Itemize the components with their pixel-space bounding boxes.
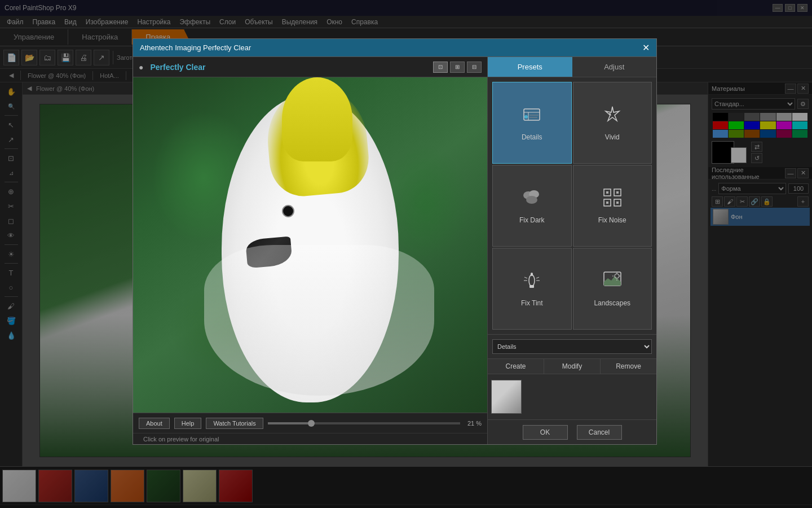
fix-dark-label: Fix Dark bbox=[519, 216, 545, 224]
svg-rect-16 bbox=[616, 202, 619, 204]
landscapes-label: Landscapes bbox=[594, 299, 630, 307]
preset-actions: Create Modify Remove bbox=[488, 358, 656, 374]
preset-fix-noise[interactable]: Fix Noise bbox=[573, 165, 652, 247]
zoom-percent-label: 21 % bbox=[465, 420, 482, 427]
action-modify[interactable]: Modify bbox=[544, 359, 601, 374]
preview-header: ● Perfectly Clear ⊡ ⊞ ⊟ bbox=[133, 57, 487, 77]
svg-rect-14 bbox=[616, 191, 619, 194]
view-btn-split[interactable]: ⊟ bbox=[467, 62, 482, 73]
preset-dropdown-row: Details bbox=[488, 334, 656, 358]
action-remove[interactable]: Remove bbox=[601, 359, 656, 374]
dialog-titlebar: Athentech Imaging Perfectly Clear ✕ bbox=[133, 39, 656, 57]
vivid-icon bbox=[602, 104, 623, 129]
landscapes-icon bbox=[602, 270, 623, 295]
preset-details[interactable]: Details bbox=[492, 82, 572, 164]
fix-noise-label: Fix Noise bbox=[598, 216, 626, 224]
fix-dark-icon bbox=[522, 187, 542, 212]
dialog-content: ● Perfectly Clear ⊡ ⊞ ⊟ bbox=[133, 57, 656, 444]
view-btn-single[interactable]: ⊡ bbox=[433, 62, 448, 73]
ok-button[interactable]: OK bbox=[523, 425, 568, 440]
preset-landscapes[interactable]: Landscapes bbox=[573, 248, 652, 330]
dialog-buttons: OK Cancel bbox=[488, 419, 656, 444]
tab-presets[interactable]: Presets bbox=[488, 57, 572, 77]
svg-rect-13 bbox=[606, 191, 608, 194]
svg-point-3 bbox=[524, 115, 528, 119]
tab-adjust[interactable]: Adjust bbox=[572, 57, 657, 77]
svg-rect-19 bbox=[529, 285, 534, 288]
svg-line-22 bbox=[536, 277, 539, 278]
preset-vivid[interactable]: Vivid bbox=[573, 82, 652, 164]
details-icon bbox=[522, 104, 542, 129]
fix-tint-label: Fix Tint bbox=[521, 299, 543, 307]
zoom-slider[interactable] bbox=[268, 422, 460, 424]
svg-rect-0 bbox=[524, 109, 540, 120]
preset-grid: Details Vivid bbox=[488, 77, 656, 334]
fix-tint-icon bbox=[522, 270, 542, 295]
preset-fix-dark[interactable]: Fix Dark bbox=[492, 165, 572, 247]
svg-point-18 bbox=[529, 275, 535, 286]
cancel-button[interactable]: Cancel bbox=[577, 425, 622, 440]
preview-hint: Click on preview for original bbox=[143, 436, 219, 443]
action-create[interactable]: Create bbox=[488, 359, 544, 374]
preview-footer: About Help Watch Tutorials 21 % bbox=[133, 413, 487, 433]
help-button[interactable]: Help bbox=[174, 418, 202, 429]
svg-point-25 bbox=[615, 274, 619, 278]
view-btn-side[interactable]: ⊞ bbox=[450, 62, 465, 73]
preset-fix-tint[interactable]: Fix Tint bbox=[492, 248, 572, 330]
vivid-label: Vivid bbox=[605, 133, 620, 141]
preview-logo: Perfectly Clear bbox=[150, 63, 205, 72]
zoom-slider-fill bbox=[268, 422, 308, 424]
svg-rect-15 bbox=[606, 202, 608, 204]
details-label: Details bbox=[522, 133, 542, 141]
svg-point-8 bbox=[526, 196, 537, 204]
about-button[interactable]: About bbox=[139, 418, 170, 429]
dialog-close-button[interactable]: ✕ bbox=[642, 42, 650, 53]
preview-image[interactable] bbox=[133, 77, 487, 413]
preview-area: ● Perfectly Clear ⊡ ⊞ ⊟ bbox=[133, 57, 487, 444]
plugin-dialog: Athentech Imaging Perfectly Clear ✕ ● Pe… bbox=[133, 38, 657, 445]
zoom-slider-container bbox=[268, 422, 460, 424]
preset-thumbs bbox=[488, 374, 656, 419]
preset-thumb-1[interactable] bbox=[491, 380, 522, 414]
fix-noise-icon bbox=[602, 187, 623, 212]
zoom-slider-thumb[interactable] bbox=[308, 420, 315, 427]
dialog-right-panel: Presets Adjust bbox=[487, 57, 656, 444]
svg-line-20 bbox=[524, 277, 527, 278]
preset-dropdown[interactable]: Details bbox=[492, 339, 652, 354]
tutorials-button[interactable]: Watch Tutorials bbox=[206, 418, 263, 429]
dialog-title: Athentech Imaging Perfectly Clear bbox=[140, 43, 251, 52]
dialog-tabs: Presets Adjust bbox=[488, 57, 656, 77]
dialog-overlay: Athentech Imaging Perfectly Clear ✕ ● Pe… bbox=[0, 0, 812, 508]
